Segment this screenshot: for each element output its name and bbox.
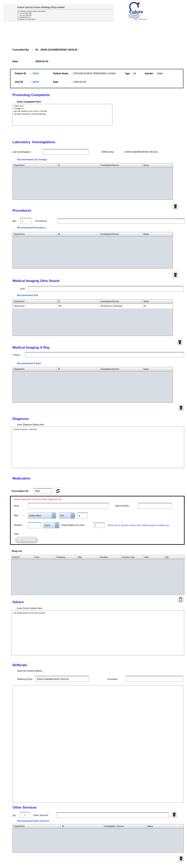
trash-icon: [173, 812, 176, 817]
procedures-input[interactable]: [57, 218, 185, 224]
visit-id-label: Visit ID: [15, 81, 31, 83]
per-meal-label: Drugs/Tablets per meal :: [61, 524, 85, 526]
plus-icon: [18, 538, 22, 541]
uss-label: USS :: [20, 287, 26, 290]
col-status: Status: [146, 824, 184, 828]
delete-lab-table-button[interactable]: [173, 203, 178, 210]
other-services-label: Other Services :: [33, 814, 49, 816]
lab-investigation-input[interactable]: [43, 149, 89, 154]
other-services-qty-input[interactable]: [20, 812, 30, 818]
col-department: Department: [13, 824, 61, 828]
advice-textarea[interactable]: DO REQUESTED INVESTIGATIONS: [12, 610, 184, 655]
table-header-row: Department ID Investigation / Service St…: [13, 824, 184, 829]
per-meal-input[interactable]: [94, 523, 105, 528]
table-header-row: Department ID Investigation/Service Stat…: [13, 163, 173, 168]
table-row[interactable]: Ultra Sound 792 Scrotal Scan (Testicular…: [13, 304, 173, 309]
frequency-qty-input[interactable]: [77, 513, 87, 519]
consulted-by-value: Dr. JOHN OSANWEOKWU OKOLIE: [35, 48, 77, 51]
patient-name-group: Patient Name : SITHUM DILRUK FERNANDO LI…: [53, 72, 117, 75]
logo-tagline: Body Mind Soul: [134, 18, 147, 20]
col-note: Note: [143, 555, 164, 559]
company-address: Le Chainter,Victoria,Mahe,Seychelles: [17, 10, 46, 12]
chevron-down-icon: ▼: [52, 513, 56, 518]
col-investigation: Investigation/Service: [99, 163, 142, 167]
xray-input[interactable]: [25, 352, 184, 357]
col-id: ID: [57, 163, 99, 167]
reffering-doctor-label: Reffering Doctor: [17, 678, 32, 680]
patient-id-label: Patient ID: [15, 72, 31, 75]
xray-label: X-Rays :: [12, 354, 21, 356]
refferal-list-box[interactable]: [12, 685, 184, 803]
col-investigation: Investigation/Service: [99, 232, 142, 237]
col-drug-id: Drug ID: [11, 555, 34, 559]
visit-date-group: Date : 2026-02-03: [53, 81, 86, 83]
patient-id-value: 12613: [32, 72, 39, 75]
company-phone-2: T: +24 84 225 252: [17, 14, 32, 16]
reffered-by-value: JOHN OSANWEOKWU OKOLIE: [124, 151, 158, 153]
patient-name-value: SITHUM DILRUK FERNANDO LIYANA...: [73, 72, 117, 75]
patient-id-group: Patient ID : 12613: [15, 72, 39, 75]
delete-other-services-table-button[interactable]: [178, 855, 184, 862]
company-phone-1: T: +24 82 593 593: [17, 12, 32, 14]
logo-red-dot: [137, 2, 140, 5]
section-title-advice: Advice: [12, 600, 24, 604]
uss-table: Department ID Investigation/Service Stat…: [12, 299, 173, 336]
prescription-id-input[interactable]: [34, 488, 52, 493]
patient-info-box: Patient ID : 12613 Patient Name : SITHUM…: [10, 69, 183, 88]
section-title-laboratory: Laboratory Investigations: [12, 140, 55, 144]
consultant-input[interactable]: [126, 676, 183, 682]
drug-list-table: Drug ID Drug Fequency Way Duration Durat…: [11, 555, 184, 595]
delete-xray-table-button[interactable]: [178, 404, 184, 411]
drug-entry-panel: Please select the Drug from Drug suggess…: [10, 496, 185, 545]
drug-suggestion-warning: Please select the Drug from Drug suggess…: [14, 498, 62, 500]
logo-word-care: Care: [131, 14, 137, 17]
duration-input[interactable]: [28, 522, 41, 528]
trash-icon: [178, 340, 182, 344]
cell-investigation: Scrotal Scan (Testicular): [99, 304, 142, 309]
duration-type-select[interactable]: Day/s ▼: [43, 522, 59, 528]
delete-other-services-input-button[interactable]: [171, 811, 177, 818]
other-services-input[interactable]: [57, 812, 169, 818]
reffering-doctor-input[interactable]: [35, 676, 89, 682]
colon: :: [132, 72, 132, 75]
age-label: Age: [125, 72, 132, 75]
drug-input[interactable]: [28, 503, 109, 508]
refferal-hint-label: Select the needed Refferal: [17, 670, 42, 672]
other-services-qty-label: Qty :: [12, 814, 17, 816]
table-header-row: Department ID Investigation/Service Stat…: [13, 232, 173, 237]
delete-procedures-table-button[interactable]: [173, 272, 178, 278]
section-title-refferals: Refferals: [12, 663, 27, 667]
complaints-textarea[interactable]: Patient seen. Complains of : pain with s…: [12, 104, 112, 126]
frequency-select[interactable]: OD ▼: [59, 513, 75, 519]
consult-date-row: Date : 2026-02-03: [12, 60, 48, 63]
consulted-by-row: Consulted By : Dr. JOHN OSANWEOKWU OKOLI…: [12, 48, 77, 51]
trash-outline-icon: [179, 597, 183, 602]
chevron-down-icon: ▼: [71, 513, 75, 518]
future-care-logo: Future Care Body Mind Soul: [117, 1, 150, 21]
duration-label: Duration :: [14, 524, 24, 526]
uss-input[interactable]: [28, 286, 184, 291]
advice-label: Enter Doctor's Advice Here: [17, 607, 42, 610]
consult-date-value: 2026-02-03: [35, 60, 48, 63]
procedures-label: Procedures :: [35, 220, 48, 222]
col-way: Way: [77, 555, 99, 559]
table-header-row: Department ID Investigation/Service Stat…: [13, 300, 173, 304]
way-select[interactable]: Before Meal ▼: [28, 513, 56, 519]
company-number: Company No.8417652-2: [17, 18, 36, 20]
colon: :: [72, 81, 72, 83]
procedures-qty-input[interactable]: [20, 218, 31, 224]
consult-date-label: Date: [12, 60, 33, 63]
delete-uss-table-button[interactable]: [177, 339, 183, 345]
add-drug-button[interactable]: Add Drug: [15, 537, 38, 543]
cell-department: Ultra Sound: [13, 304, 57, 309]
special-notes-input[interactable]: [138, 503, 172, 508]
lab-results-table: Department ID Investigation/Service Stat…: [12, 163, 173, 200]
diagnosis-textarea[interactable]: SCROAL MASS ? ABCESS: [12, 427, 184, 468]
col-frequency: Fequency: [55, 555, 77, 559]
delete-drug-list-button[interactable]: [178, 596, 183, 602]
col-status: Status: [142, 232, 173, 237]
col-duration-type: Duration Type: [121, 555, 143, 559]
refresh-prescription-button[interactable]: [55, 487, 61, 495]
fraction-note: Please add as decimal numbers when addin…: [108, 524, 184, 526]
xray-table: Department ID Investigation/Service Stat…: [12, 367, 173, 403]
